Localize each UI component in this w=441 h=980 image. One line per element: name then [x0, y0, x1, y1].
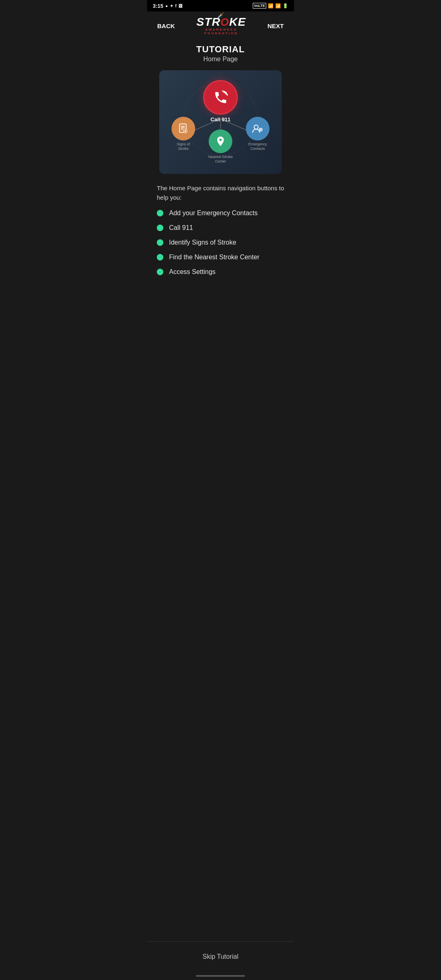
logo-text: STROKE: [196, 16, 246, 28]
feature-text-5: Access Settings: [169, 268, 216, 276]
photo-icon: 🖼: [178, 4, 183, 8]
volte-icon: VoLTE: [253, 3, 266, 9]
signal2-icon: 📶: [275, 3, 281, 9]
page-subtitle: Home Page: [155, 56, 286, 63]
feature-text-1: Add your Emergency Contacts: [169, 209, 258, 217]
illustration-container: Call 911 Signs ofStroke: [159, 70, 282, 174]
logo-awareness: AWARENESS: [205, 28, 237, 31]
signs-circle: [172, 117, 195, 140]
feature-text-2: Call 911: [169, 224, 193, 232]
bullet-dot-5: [157, 269, 163, 275]
document-icon: [178, 123, 189, 134]
description-section: The Home Page contains navigation button…: [147, 179, 294, 205]
nearest-label: Nearest StrokeCenter: [208, 155, 233, 164]
logo-wrapper: 🗡️ STROKE: [196, 16, 246, 28]
bullet-dot-2: [157, 225, 163, 231]
bullet-dot-4: [157, 254, 163, 261]
status-time: 3:15: [153, 3, 163, 9]
bullet-dot-1: [157, 210, 163, 216]
feature-item-settings: Access Settings: [157, 268, 284, 276]
home-indicator: [147, 972, 294, 980]
call-911-label: Call 911: [210, 116, 230, 122]
location-icon: [215, 136, 226, 147]
feature-item-call: Call 911: [157, 224, 284, 232]
skip-section: Skip Tutorial: [147, 941, 294, 972]
facebook-icon: f: [175, 4, 176, 8]
status-bar-right: VoLTE 📶 📶 🔋: [253, 3, 288, 9]
feature-list: Add your Emergency Contacts Call 911 Ide…: [147, 205, 294, 291]
emergency-circle: [246, 117, 270, 140]
title-section: TUTORIAL Home Page: [147, 40, 294, 65]
feature-text-4: Find the Nearest Stroke Center: [169, 254, 259, 261]
nearest-circle: [209, 129, 232, 153]
signs-label: Signs ofStroke: [177, 142, 190, 151]
status-bar-left: 3:15 ● ✦ f 🖼: [153, 3, 183, 9]
emergency-label: EmergencyContacts: [248, 142, 267, 151]
call-911-circle: [203, 80, 238, 115]
slack-icon: ✦: [170, 4, 173, 8]
battery-icon: 🔋: [283, 3, 288, 9]
nearest-stroke-center-button[interactable]: Nearest StrokeCenter: [208, 129, 233, 164]
feature-item-signs: Identify Signs of Stroke: [157, 239, 284, 246]
contacts-icon: [252, 122, 264, 135]
call-911-button[interactable]: Call 911: [203, 80, 238, 122]
svg-point-11: [254, 125, 258, 129]
back-button[interactable]: BACK: [155, 20, 177, 31]
signal-icon: 📶: [268, 3, 274, 9]
skip-tutorial-button[interactable]: Skip Tutorial: [194, 950, 247, 964]
description-text: The Home Page contains navigation button…: [157, 184, 284, 202]
logo: 🗡️ STROKE AWARENESS FOUNDATION: [196, 16, 246, 35]
emergency-contacts-button[interactable]: EmergencyContacts: [246, 117, 270, 151]
next-button[interactable]: NEXT: [265, 20, 286, 31]
home-indicator-bar: [196, 975, 245, 977]
logo-foundation: FOUNDATION: [204, 31, 238, 35]
status-bar: 3:15 ● ✦ f 🖼 VoLTE 📶 📶 🔋: [147, 0, 294, 11]
feature-item-emergency: Add your Emergency Contacts: [157, 209, 284, 217]
feature-item-nearest: Find the Nearest Stroke Center: [157, 254, 284, 261]
header: BACK 🗡️ STROKE AWARENESS FOUNDATION NEXT: [147, 11, 294, 40]
circle-diagram: Call 911 Signs ofStroke: [167, 80, 274, 166]
bullet-dot-3: [157, 239, 163, 246]
tutorial-title: TUTORIAL: [155, 44, 286, 55]
signs-of-stroke-button[interactable]: Signs ofStroke: [172, 117, 195, 151]
whatsapp-icon: ●: [165, 4, 168, 8]
phone-icon: [213, 90, 228, 105]
feature-text-3: Identify Signs of Stroke: [169, 239, 236, 246]
